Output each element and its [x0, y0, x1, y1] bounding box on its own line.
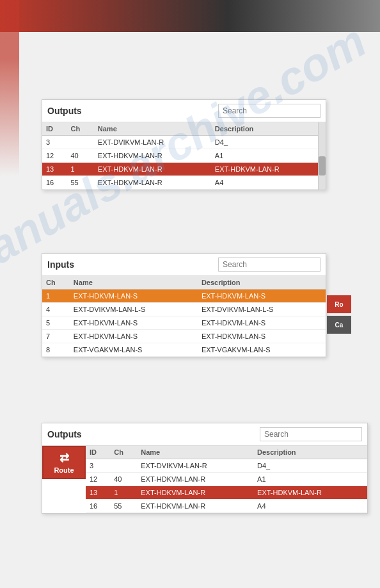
table-row[interactable]: 12 40 EXT-HDKVM-LAN-R A1: [42, 149, 326, 163]
cell-ch: 4: [42, 303, 70, 316]
table-row[interactable]: 8 EXT-VGAKVM-LAN-S EXT-VGAKVM-LAN-S: [42, 343, 326, 357]
panel1-scrollbar-thumb: [319, 156, 326, 176]
cell-ch: 55: [67, 176, 93, 190]
cell-desc: EXT-HDKVM-LAN-S: [198, 290, 326, 303]
cell-id: 16: [42, 176, 67, 190]
cell-ch: 1: [110, 486, 137, 500]
table-row[interactable]: 1 EXT-HDKVM-LAN-S EXT-HDKVM-LAN-S: [42, 290, 326, 303]
cell-name: EXT-HDKVM-LAN-R: [137, 500, 253, 513]
col-desc: Description: [211, 122, 326, 136]
cell-name: EXT-VGAKVM-LAN-S: [70, 343, 198, 357]
col-ch: Ch: [110, 446, 137, 459]
outputs-panel-bottom: Outputs ⇄ Route ID Ch Name Description: [42, 423, 368, 514]
panel1-header-row: ID Ch Name Description: [42, 122, 326, 136]
panel1-title: Outputs: [47, 106, 82, 116]
col-desc: Description: [253, 446, 367, 459]
cell-desc: EXT-HDKVM-LAN-S: [198, 330, 326, 343]
cell-name: EXT-DVIKVM-LAN-L-S: [70, 303, 198, 316]
col-name: Name: [137, 446, 253, 459]
table-row[interactable]: 7 EXT-HDKVM-LAN-S EXT-HDKVM-LAN-S: [42, 330, 326, 343]
cell-name: EXT-HDKVM-LAN-R: [94, 163, 211, 176]
cell-desc: A4: [211, 176, 326, 190]
panel2-title: Inputs: [47, 259, 74, 270]
cell-desc: D4_: [253, 459, 367, 473]
table-row[interactable]: 3 EXT-DVIKVM-LAN-R D4_: [42, 136, 326, 149]
cell-ch: 1: [67, 163, 93, 176]
panel1-header: Outputs: [42, 100, 326, 122]
panel3-search[interactable]: [260, 427, 362, 441]
cell-name: EXT-HDKVM-LAN-R: [137, 486, 253, 500]
col-name: Name: [94, 122, 211, 136]
inputs-panel: Inputs Ch Name Description 1 EXT-HDKVM-L…: [42, 253, 326, 357]
cell-id: 12: [42, 149, 67, 163]
cell-ch: 40: [67, 149, 93, 163]
cell-desc: EXT-HDKVM-LAN-R: [211, 163, 326, 176]
col-ch: Ch: [67, 122, 93, 136]
col-desc: Description: [198, 276, 326, 290]
panel3-header-row: ID Ch Name Description: [86, 446, 367, 459]
cell-name: EXT-DVIKVM-LAN-R: [94, 136, 211, 149]
panel1-scrollbar[interactable]: [318, 122, 326, 190]
cell-name: EXT-HDKVM-LAN-S: [70, 316, 198, 330]
top-bar: [0, 0, 380, 32]
cell-name: EXT-HDKVM-LAN-S: [70, 330, 198, 343]
panel3-header: Outputs: [42, 423, 367, 446]
route-button-bottom[interactable]: ⇄ Route: [42, 446, 86, 479]
col-id: ID: [42, 122, 67, 136]
cell-desc: EXT-DVIKVM-LAN-L-S: [198, 303, 326, 316]
col-name: Name: [70, 276, 198, 290]
cell-ch: 5: [42, 316, 70, 330]
cell-ch: [67, 136, 93, 149]
route-icon: ⇄: [59, 451, 69, 465]
cell-name: EXT-DVIKVM-LAN-R: [137, 459, 253, 473]
cancel-button[interactable]: Ca: [327, 316, 351, 334]
cell-desc: D4_: [211, 136, 326, 149]
table-row[interactable]: 13 1 EXT-HDKVM-LAN-R EXT-HDKVM-LAN-R: [86, 486, 367, 500]
outputs-panel-top: Outputs ID Ch Name Description 3 EXT-DVI…: [42, 99, 326, 190]
table-row[interactable]: 4 EXT-DVIKVM-LAN-L-S EXT-DVIKVM-LAN-L-S: [42, 303, 326, 316]
cell-id: 12: [86, 473, 110, 486]
panel3-title: Outputs: [47, 429, 82, 439]
panel2-search[interactable]: [218, 257, 321, 272]
cell-id: 13: [86, 486, 110, 500]
table-row[interactable]: 12 40 EXT-HDKVM-LAN-R A1: [86, 473, 367, 486]
col-id: ID: [86, 446, 110, 459]
cell-name: EXT-HDKVM-LAN-R: [94, 149, 211, 163]
route-button[interactable]: Ro: [327, 295, 351, 313]
panel2-header: Inputs: [42, 254, 326, 276]
cell-ch: 7: [42, 330, 70, 343]
cell-ch: 1: [42, 290, 70, 303]
cell-ch: 55: [110, 500, 137, 513]
cell-ch: 8: [42, 343, 70, 357]
cell-desc: A1: [211, 149, 326, 163]
panel1-table: ID Ch Name Description 3 EXT-DVIKVM-LAN-…: [42, 122, 326, 190]
panel2-table: Ch Name Description 1 EXT-HDKVM-LAN-S EX…: [42, 276, 326, 357]
panel3-table: ID Ch Name Description 3 EXT-DVIKVM-LAN-…: [86, 446, 367, 513]
table-row[interactable]: 3 EXT-DVIKVM-LAN-R D4_: [86, 459, 367, 473]
cell-desc: EXT-HDKVM-LAN-S: [198, 316, 326, 330]
table-row[interactable]: 16 55 EXT-HDKVM-LAN-R A4: [42, 176, 326, 190]
cell-desc: EXT-VGAKVM-LAN-S: [198, 343, 326, 357]
cell-desc: EXT-HDKVM-LAN-R: [253, 486, 367, 500]
cell-desc: A4: [253, 500, 367, 513]
route-label: Route: [54, 466, 74, 474]
left-accent: [0, 0, 19, 588]
cell-ch: 40: [110, 473, 137, 486]
col-ch: Ch: [42, 276, 70, 290]
table-row[interactable]: 16 55 EXT-HDKVM-LAN-R A4: [86, 500, 367, 513]
panel2-header-row: Ch Name Description: [42, 276, 326, 290]
cell-id: 3: [42, 136, 67, 149]
cell-name: EXT-HDKVM-LAN-R: [94, 176, 211, 190]
panel1-search[interactable]: [218, 104, 321, 118]
table-row[interactable]: 13 1 EXT-HDKVM-LAN-R EXT-HDKVM-LAN-R: [42, 163, 326, 176]
table-row[interactable]: 5 EXT-HDKVM-LAN-S EXT-HDKVM-LAN-S: [42, 316, 326, 330]
cell-desc: A1: [253, 473, 367, 486]
cell-name: EXT-HDKVM-LAN-R: [137, 473, 253, 486]
cell-name: EXT-HDKVM-LAN-S: [70, 290, 198, 303]
cell-ch: [110, 459, 137, 473]
cell-id: 3: [86, 459, 110, 473]
cell-id: 16: [86, 500, 110, 513]
cell-id: 13: [42, 163, 67, 176]
